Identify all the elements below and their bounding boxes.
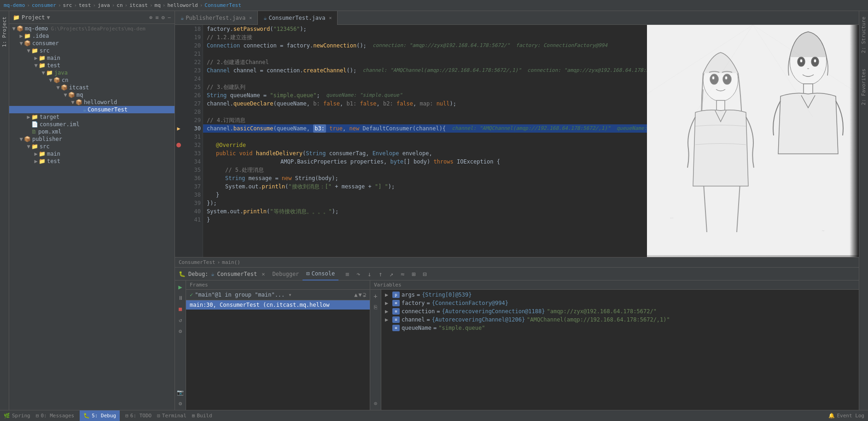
status-build[interactable]: ⊞ Build — [192, 413, 212, 419]
bc-mq: mq — [155, 2, 161, 8]
sync-icon[interactable]: ⊕ — [149, 14, 152, 21]
var-args[interactable]: ▶ p args = {String[0]@539} — [381, 291, 859, 299]
structure-icon[interactable]: 2: Structure — [860, 15, 868, 55]
gear-btn2[interactable]: ⚙ — [176, 399, 185, 408]
terminal-label: Terminal — [162, 413, 186, 419]
tree-item-mqdemo[interactable]: ▼ 📦 mq-demo G:\Projects\IdeaProjects\mq-… — [9, 25, 175, 32]
bc-consumertest: ConsumerTest — [204, 2, 241, 8]
tree-item-consumer-helloworld[interactable]: ▼ 📦 helloworld — [9, 99, 175, 106]
status-todo[interactable]: ⊟ 6: TODO — [125, 413, 151, 419]
tab-debugger[interactable]: Debugger — [269, 268, 303, 281]
status-messages[interactable]: ⊟ 0: Messages — [36, 413, 74, 419]
var-expand-args[interactable]: ▶ — [385, 292, 392, 298]
chevron-down-icon[interactable]: ▼ — [47, 14, 50, 21]
copy-btn[interactable]: ⎘ — [371, 303, 380, 312]
tab-consumer-close[interactable]: ✕ — [329, 15, 332, 20]
var-eq-factory: = — [427, 300, 430, 306]
tree-item-consumertest[interactable]: ▶ ☕ ConsumerTest — [9, 106, 175, 113]
close-panel-icon[interactable]: − — [168, 14, 171, 21]
console-icon: ⊡ — [306, 270, 309, 277]
var-icon-channel: ≡ — [392, 316, 400, 323]
code-line-41: } — [203, 216, 647, 224]
rerun-btn[interactable]: ↺ — [176, 316, 185, 325]
tree-item-publisher-src[interactable]: ▼ 📁 src — [9, 143, 175, 150]
tree-item-publisher-test[interactable]: ▶ 📁 test — [9, 158, 175, 165]
var-name-channel: channel — [402, 316, 425, 323]
svg-point-11 — [725, 76, 728, 80]
status-event-log[interactable]: 🔔 Event Log — [828, 413, 864, 419]
var-queuename[interactable]: ▶ ≡ queueName = "simple.queue" — [381, 324, 859, 332]
run-to-cursor-btn[interactable]: ↗ — [386, 269, 396, 279]
tree-item-consumer-mq[interactable]: ▼ 📦 mq — [9, 91, 175, 99]
add-watch-btn[interactable]: + — [371, 292, 380, 301]
tab-publisher-close[interactable]: ✕ — [249, 15, 252, 20]
status-debug-tab[interactable]: 🐛 5: Debug — [80, 410, 120, 421]
settings-btn[interactable]: ⚙ — [176, 327, 185, 336]
tree-item-pom[interactable]: ▶ 🗎 pom.xml — [9, 128, 175, 135]
var-expand-factory[interactable]: ▶ — [385, 300, 392, 306]
tree-item-consumer-test[interactable]: ▼ 📁 test — [9, 62, 175, 69]
tree-item-consumer-iml[interactable]: ▶ 📄 consumer.iml — [9, 121, 175, 128]
debug-session-icon: ☕ — [211, 271, 214, 277]
tree-item-publisher-main[interactable]: ▶ 📁 main — [9, 150, 175, 158]
var-icon-args: p — [392, 292, 400, 298]
restore-layout-btn[interactable]: ⊞ — [408, 269, 419, 279]
frame-filter-icon[interactable]: ⊋ — [363, 292, 366, 298]
debug-close-icon[interactable]: ✕ — [262, 271, 265, 277]
frames-header: Frames — [186, 281, 370, 290]
step-into-btn[interactable]: ↓ — [364, 269, 374, 279]
code-line-28 — [203, 108, 647, 116]
editor-breadcrumb: ConsumerTest › main() — [175, 257, 859, 267]
evaluate-btn[interactable]: ≈ — [397, 269, 408, 279]
var-val-queuename: "simple.queue" — [438, 325, 485, 331]
code-line-34: AMQP.BasicProperties properties, byte[] … — [203, 158, 647, 166]
tab-consumertest[interactable]: ☕ ConsumerTest.java ✕ — [258, 11, 338, 25]
tab-publishertest[interactable]: ☕ PublisherTest.java ✕ — [175, 11, 258, 25]
resume-btn[interactable]: ▶ — [176, 282, 185, 292]
tree-item-idea[interactable]: ▶ 📁 .idea — [9, 32, 175, 40]
code-line-18: factory.setPassword("123456"); — [203, 25, 647, 33]
status-terminal[interactable]: ⊡ Terminal — [157, 413, 186, 419]
favorites-icon[interactable]: 2: Favorites — [860, 67, 868, 107]
settings-icon2[interactable]: ≡ — [155, 14, 158, 21]
var-expand-connection[interactable]: ▶ — [385, 308, 392, 315]
var-dots-btn[interactable]: ⊙ — [371, 399, 380, 408]
var-factory[interactable]: ▶ ≡ factory = {ConnectionFactory@994} — [381, 299, 859, 307]
camera-btn[interactable]: 📷 — [176, 388, 185, 397]
breadcrumb-consumertest: ConsumerTest — [179, 259, 215, 265]
tree-item-consumer-src[interactable]: ▼ 📁 src — [9, 47, 175, 54]
svg-text:...: ... — [670, 214, 674, 219]
frame-down-icon[interactable]: ▼ — [359, 292, 362, 298]
stop-btn[interactable]: ■ — [176, 304, 185, 314]
editor-tabs: ☕ PublisherTest.java ✕ ☕ ConsumerTest.ja… — [175, 11, 859, 25]
project-icon[interactable]: 1: Project — [0, 15, 8, 49]
settings-debug-btn[interactable]: ⊟ — [419, 269, 430, 279]
frame-up-icon[interactable]: ▲ — [354, 292, 357, 298]
var-val-factory: {ConnectionFactory@994} — [432, 300, 508, 306]
lines-icon[interactable]: ≡ — [342, 269, 352, 279]
todo-icon: ⊟ — [125, 413, 128, 419]
var-eq-args: = — [417, 292, 420, 298]
status-spring[interactable]: 🌿 Spring — [4, 413, 30, 419]
variables-list: ▶ p args = {String[0]@539} ▶ — [381, 290, 859, 410]
tree-item-publisher[interactable]: ▼ 📦 publisher — [9, 135, 175, 143]
frame-item-main[interactable]: main:30, ConsumerTest (cn.itcast.mq.hell… — [186, 300, 370, 310]
step-out-btn[interactable]: ↑ — [375, 269, 385, 279]
frame-selected-label: "main"@1 in group "main"... — [195, 292, 285, 298]
frame-dropdown-icon[interactable]: ▾ — [288, 292, 291, 298]
tree-item-consumer-main[interactable]: ▶ 📁 main — [9, 54, 175, 62]
tab-console[interactable]: ⊡ Console — [303, 268, 338, 281]
bc-test: test — [79, 2, 91, 8]
tree-item-consumer-cn[interactable]: ▼ 📦 cn — [9, 76, 175, 84]
var-channel[interactable]: ▶ ≡ channel = {AutorecoveringChannel@120… — [381, 316, 859, 324]
code-line-24 — [203, 75, 647, 83]
gear-icon[interactable]: ⚙ — [162, 14, 165, 21]
var-expand-channel[interactable]: ▶ — [385, 316, 392, 323]
pause-btn[interactable]: ⏸ — [176, 293, 185, 303]
tree-item-consumer-java[interactable]: ▼ 📁 java — [9, 69, 175, 76]
tree-item-consumer-itcast[interactable]: ▼ 📦 itcast — [9, 84, 175, 91]
step-over-btn[interactable]: ↷ — [353, 269, 363, 279]
tree-item-target[interactable]: ▶ 📁 target — [9, 113, 175, 121]
tree-item-consumer[interactable]: ▼ 📦 consumer — [9, 40, 175, 47]
var-connection[interactable]: ▶ ≡ connection = {AutorecoveringConnecti… — [381, 307, 859, 316]
